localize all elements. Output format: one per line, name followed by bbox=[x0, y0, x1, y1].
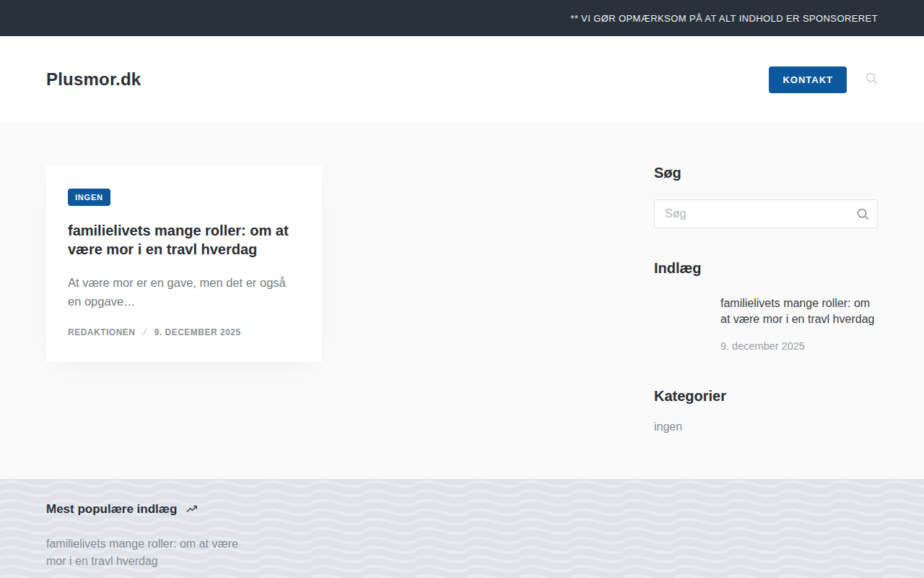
trending-up-icon bbox=[186, 503, 199, 516]
recent-post-title-link[interactable]: familielivets mange roller: om at være m… bbox=[720, 296, 878, 327]
contact-button[interactable]: KONTAKT bbox=[769, 66, 847, 93]
search-widget: Søg bbox=[654, 165, 878, 228]
search-field-row bbox=[654, 199, 878, 228]
footer-content: Mest populære indlæg familielivets mange… bbox=[46, 479, 878, 570]
sidebar: Søg Indlæg familielivets ma bbox=[654, 165, 878, 434]
sidebar-search-submit-button[interactable] bbox=[847, 199, 878, 228]
notice-banner: ** VI GØR OPMÆRKSOM PÅ AT ALT INDHOLD ER… bbox=[0, 0, 924, 36]
search-icon bbox=[857, 208, 869, 220]
popular-post-link[interactable]: familielivets mange roller: om at være m… bbox=[46, 535, 241, 570]
recent-post-thumbnail bbox=[654, 296, 709, 350]
post-date: 9. DECEMBER 2025 bbox=[154, 327, 241, 337]
main-content: INGEN familielivets mange roller: om at … bbox=[0, 123, 924, 479]
post-author-link[interactable]: REDAKTIONEN bbox=[68, 327, 136, 337]
post-excerpt: At være mor er en gave, men det er også … bbox=[68, 273, 300, 311]
sidebar-search-input[interactable] bbox=[654, 199, 878, 228]
site-logo[interactable]: Plusmor.dk bbox=[46, 69, 141, 90]
post-meta: REDAKTIONEN / 9. DECEMBER 2025 bbox=[68, 327, 300, 337]
meta-separator: / bbox=[144, 327, 147, 337]
recent-post-item: familielivets mange roller: om at være m… bbox=[654, 296, 878, 352]
recent-posts-heading: Indlæg bbox=[654, 260, 878, 277]
sponsored-notice-text: ** VI GØR OPMÆRKSOM PÅ AT ALT INDHOLD ER… bbox=[570, 13, 878, 24]
post-title-link[interactable]: familielivets mange roller: om at være m… bbox=[68, 221, 300, 259]
site-header: Plusmor.dk KONTAKT bbox=[0, 36, 924, 123]
search-widget-heading: Søg bbox=[654, 165, 878, 181]
category-badge[interactable]: INGEN bbox=[68, 189, 110, 206]
categories-heading: Kategorier bbox=[654, 388, 878, 405]
site-footer: Mest populære indlæg familielivets mange… bbox=[0, 479, 924, 578]
post-list-column: INGEN familielivets mange roller: om at … bbox=[46, 165, 654, 434]
header-actions: KONTAKT bbox=[769, 66, 878, 93]
category-link[interactable]: ingen bbox=[654, 420, 682, 434]
post-card: INGEN familielivets mange roller: om at … bbox=[46, 165, 322, 362]
recent-posts-widget: Indlæg familielivets mange roller: om at… bbox=[654, 260, 878, 352]
recent-post-date: 9. december 2025 bbox=[720, 340, 878, 352]
popular-posts-heading: Mest populære indlæg bbox=[46, 502, 177, 517]
recent-post-text: familielivets mange roller: om at være m… bbox=[720, 296, 878, 352]
search-icon[interactable] bbox=[866, 72, 878, 87]
popular-posts-heading-row: Mest populære indlæg bbox=[46, 502, 878, 517]
categories-widget: Kategorier ingen bbox=[654, 388, 878, 434]
